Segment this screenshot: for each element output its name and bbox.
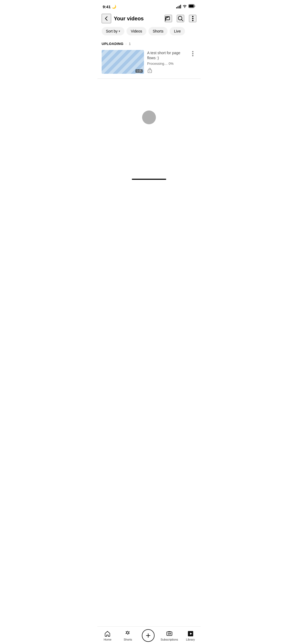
- home-bar: [132, 179, 166, 180]
- live-label: Live: [174, 29, 181, 33]
- uploading-count: ·: [126, 42, 127, 46]
- sort-by-label: Sort by: [106, 29, 118, 33]
- videos-chip[interactable]: Videos: [127, 27, 146, 35]
- page-title: Your videos: [114, 16, 162, 22]
- svg-rect-1: [189, 5, 194, 7]
- uploading-section-header: UPLOADING · 1: [97, 39, 201, 49]
- video-item: 0:05 A test short for page flows :) Proc…: [97, 49, 201, 79]
- video-title: A test short for page flows :): [147, 50, 186, 61]
- video-thumbnail[interactable]: 0:05: [102, 50, 144, 74]
- svg-point-7: [192, 20, 193, 21]
- status-time: 9:41: [103, 4, 111, 9]
- battery-icon: [188, 4, 195, 9]
- signal-icon: [176, 5, 181, 8]
- video-duration: 0:05: [136, 69, 143, 73]
- cast-button[interactable]: [165, 15, 172, 22]
- more-options-button[interactable]: [189, 15, 196, 22]
- video-info: A test short for page flows :) Processin…: [147, 50, 186, 74]
- shorts-label: Shorts: [153, 29, 163, 33]
- moon-icon: 🌙: [112, 4, 116, 9]
- filter-bar: Sort by ▾ Videos Shorts Live: [97, 25, 201, 39]
- uploading-label: UPLOADING: [102, 42, 124, 46]
- status-bar: 9:41 🌙: [97, 0, 201, 12]
- videos-label: Videos: [131, 29, 142, 33]
- video-status: Processing… 0%: [147, 62, 186, 66]
- loading-area: [97, 79, 201, 156]
- video-more-button[interactable]: [189, 50, 196, 57]
- live-chip[interactable]: Live: [170, 27, 185, 35]
- chevron-down-icon: ▾: [119, 29, 120, 33]
- svg-point-11: [192, 53, 193, 54]
- search-button[interactable]: [177, 15, 184, 22]
- svg-point-6: [192, 18, 193, 19]
- svg-point-5: [192, 16, 193, 17]
- svg-point-9: [150, 71, 150, 72]
- top-actions: [165, 15, 196, 22]
- top-bar: Your videos: [97, 12, 201, 25]
- svg-point-12: [192, 55, 193, 56]
- svg-point-10: [192, 51, 193, 52]
- shorts-chip[interactable]: Shorts: [148, 27, 168, 35]
- wifi-icon: [182, 4, 187, 9]
- sort-by-chip[interactable]: Sort by ▾: [102, 27, 124, 35]
- uploading-count-num: 1: [129, 42, 131, 46]
- status-icons: [176, 4, 195, 9]
- lock-icon: [147, 67, 186, 74]
- loading-spinner: [142, 111, 156, 124]
- back-button[interactable]: [102, 14, 111, 23]
- svg-point-3: [165, 21, 166, 21]
